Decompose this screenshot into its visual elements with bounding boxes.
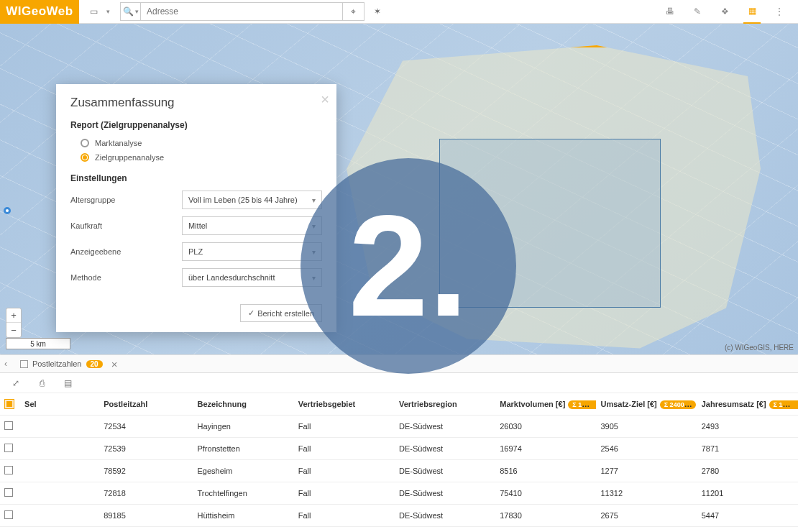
layers-icon[interactable]: ❖: [716, 3, 733, 20]
buying-power-dropdown[interactable]: Mittel: [182, 216, 322, 235]
create-report-label: Bericht erstellen: [257, 309, 314, 318]
map-canvas[interactable]: + − 5 km (c) WIGeoGIS, HERE × Zusammenfa…: [0, 24, 798, 354]
cell-uziel: 2662: [596, 527, 697, 533]
header-marktvolumen[interactable]: Marktvolumen [€]Σ 1600019: [495, 393, 596, 416]
cell-mvol: 17830: [495, 505, 596, 527]
table-view-icon[interactable]: ▦: [743, 0, 761, 24]
cell-sel: [20, 505, 99, 527]
header-umsatzziel[interactable]: Umsatz-Ziel [€]Σ 240005: [596, 393, 697, 416]
cell-jums: 11201: [697, 482, 798, 505]
select-dropdown-caret[interactable]: ▾: [106, 8, 110, 15]
cell-bez: Trochtelfingen: [193, 482, 293, 505]
header-vregion[interactable]: Vertriebsregion: [395, 393, 495, 416]
header-vgebiet[interactable]: Vertriebsgebiet: [294, 393, 395, 416]
radio-label: Marktanalyse: [95, 139, 142, 147]
cell-vgebiet: Fall: [294, 482, 395, 505]
cell-mvol: 75410: [495, 482, 596, 505]
cell-vgebiet: Fall: [294, 505, 395, 527]
print-icon[interactable]: 🖶: [661, 3, 679, 20]
row-checkbox[interactable]: [0, 505, 20, 527]
cell-vgebiet: Fall: [294, 527, 395, 533]
cell-jums: 5447: [697, 505, 798, 527]
row-checkbox[interactable]: [0, 438, 20, 460]
cell-plz: 72539: [99, 438, 193, 460]
cell-uziel: 2675: [596, 505, 697, 527]
cell-vregion: DE-Südwest: [395, 438, 495, 460]
cell-uziel: 3905: [596, 416, 697, 438]
radio-icon: [81, 139, 89, 147]
cell-jums: 2780: [697, 460, 798, 482]
cell-jums: 2444: [697, 527, 798, 533]
scale-bar: 5 km: [6, 338, 70, 349]
cell-vregion: DE-Südwest: [395, 527, 495, 533]
table-row[interactable]: 72534HayingenFallDE-Südwest2603039052493: [0, 416, 798, 438]
edit-layers-icon[interactable]: ✎: [689, 3, 706, 20]
table-header-row: Sel Postleitzahl Bezeichnung Vertriebsge…: [0, 393, 798, 416]
bottom-tab-bar: ‹ Postleitzahlen 20 ×: [0, 354, 798, 373]
sum-badge-uziel: Σ 240005: [660, 400, 696, 409]
select-rect-icon[interactable]: ▭: [85, 3, 102, 20]
age-group-dropdown[interactable]: Voll im Leben (25 bis 44 Jahre): [182, 191, 322, 209]
method-dropdown[interactable]: über Landesdurchschnitt: [182, 268, 322, 287]
radio-zielgruppenanalyse[interactable]: Zielgruppenanalyse: [70, 150, 322, 165]
header-sel[interactable]: Sel: [20, 393, 99, 416]
row-checkbox[interactable]: [0, 527, 20, 533]
buying-power-label: Kaufkraft: [70, 221, 182, 230]
cell-plz: 72534: [99, 416, 193, 438]
header-plz[interactable]: Postleitzahl: [99, 393, 193, 416]
radio-label: Zielgruppenanalyse: [95, 153, 164, 162]
cell-bez: Egesheim: [193, 460, 293, 482]
zoom-out-button[interactable]: −: [6, 323, 21, 337]
locate-icon[interactable]: ⌖: [342, 3, 364, 20]
radio-icon-selected: [81, 153, 89, 162]
cell-uziel: 2546: [596, 438, 697, 460]
cell-uziel: 1277: [596, 460, 697, 482]
expand-icon[interactable]: ⤢: [7, 375, 24, 392]
app-header: WIGeoWeb ▭ ▾ 🔍▾ ⌖ ✶ 🖶 ✎ ❖ ▦ ⋮: [0, 0, 798, 24]
table-row[interactable]: 78592EgesheimFallDE-Südwest851612772780: [0, 460, 798, 482]
cell-bez: Hüttisheim: [193, 505, 293, 527]
search-icon[interactable]: 🔍▾: [121, 3, 141, 20]
tab-checkbox[interactable]: [20, 360, 28, 368]
summary-modal: × Zusammenfassung Report (Zielgruppenana…: [56, 84, 336, 332]
cell-mvol: 16974: [495, 438, 596, 460]
radio-marktanalyse[interactable]: Marktanalyse: [70, 136, 322, 150]
header-checkbox[interactable]: [0, 393, 20, 416]
table-row[interactable]: 89185HüttisheimFallDE-Südwest17830267554…: [0, 505, 798, 527]
close-icon[interactable]: ×: [321, 91, 329, 108]
row-checkbox[interactable]: [0, 482, 20, 505]
cell-bez: Hayingen: [193, 416, 293, 438]
tab-scroll-left-icon[interactable]: ‹: [4, 359, 7, 369]
current-location-dot: [4, 207, 11, 214]
search-input[interactable]: [141, 3, 342, 20]
zoom-control: + −: [6, 308, 22, 338]
cell-vgebiet: Fall: [294, 438, 395, 460]
selection-rectangle[interactable]: [439, 139, 661, 308]
row-checkbox[interactable]: [0, 416, 20, 438]
table-row[interactable]: 72818TrochtelfingenFallDE-Südwest7541011…: [0, 482, 798, 505]
data-table-wrap[interactable]: Sel Postleitzahl Bezeichnung Vertriebsge…: [0, 393, 798, 532]
cell-sel: [20, 460, 99, 482]
header-jahresumsatz[interactable]: Jahresumsatz [€]Σ 128260: [697, 393, 798, 416]
table-row[interactable]: 72539PfronstettenFallDE-Südwest169742546…: [0, 438, 798, 460]
tab-close-icon[interactable]: ×: [111, 358, 118, 370]
header-bez[interactable]: Bezeichnung: [193, 393, 293, 416]
row-checkbox[interactable]: [0, 460, 20, 482]
more-icon[interactable]: ⋮: [771, 3, 788, 20]
create-report-button[interactable]: ✓ Bericht erstellen: [240, 304, 322, 322]
cell-plz: 72417: [99, 527, 193, 533]
cell-uziel: 11312: [596, 482, 697, 505]
cell-sel: [20, 416, 99, 438]
cell-vgebiet: Fall: [294, 416, 395, 438]
cell-vregion: DE-Südwest: [395, 460, 495, 482]
cell-vregion: DE-Südwest: [395, 416, 495, 438]
route-icon[interactable]: ✶: [369, 3, 386, 20]
table-row[interactable]: 72417JungingenFallDE-Südwest177442662244…: [0, 527, 798, 533]
export-icon[interactable]: ⎙: [33, 375, 50, 392]
tab-label: Postleitzahlen: [32, 359, 82, 368]
tab-postleitzahlen[interactable]: Postleitzahlen 20 ×: [14, 355, 123, 372]
columns-icon[interactable]: ▤: [59, 375, 76, 392]
cell-jums: 2493: [697, 416, 798, 438]
zoom-in-button[interactable]: +: [6, 308, 21, 323]
display-level-dropdown[interactable]: PLZ: [182, 242, 322, 261]
